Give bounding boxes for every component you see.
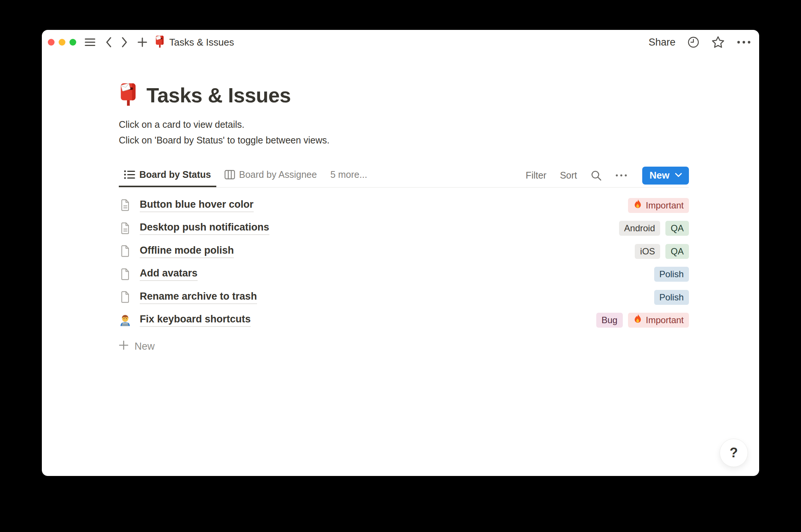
tab-label: Board by Status (139, 169, 211, 180)
traffic-lights (48, 39, 76, 46)
page-blank-icon (119, 245, 132, 257)
list-item[interactable]: Rename archive to trash Polish (119, 286, 689, 309)
close-window-button[interactable] (48, 39, 55, 46)
view-tabs: Board by Status Board by Assignee 5 more… (119, 164, 372, 187)
list-item[interactable]: Add avatars Polish (119, 263, 689, 286)
favorite-star-icon[interactable] (711, 36, 725, 49)
window-title-breadcrumb[interactable]: Tasks & Issues (155, 35, 234, 49)
page-text-icon (119, 222, 132, 235)
new-button-label: New (650, 170, 669, 181)
sort-button[interactable]: Sort (560, 170, 577, 181)
fire-icon (633, 314, 643, 327)
postbox-icon (155, 35, 165, 49)
page-content: Tasks & Issues Click on a card to view d… (119, 83, 689, 356)
desktop-background: Tasks & Issues Share Tas (0, 0, 801, 532)
filter-button[interactable]: Filter (526, 170, 547, 181)
list-item[interactable]: Button blue hover color Important (119, 194, 689, 217)
item-title: Rename archive to trash (140, 291, 257, 304)
tag-polish: Polish (654, 290, 689, 305)
tag-qa: QA (665, 244, 689, 259)
item-list: Button blue hover color Important Deskto… (119, 194, 689, 356)
chevron-down-icon (675, 173, 682, 179)
new-button[interactable]: New (642, 167, 689, 185)
plus-icon (119, 340, 129, 353)
forward-icon[interactable] (121, 37, 128, 47)
tag-ios: iOS (635, 244, 660, 259)
window-title: Tasks & Issues (169, 37, 234, 48)
list-item[interactable]: Fix keyboard shortcuts Bug Important (119, 309, 689, 332)
tag-important: Important (628, 198, 689, 213)
item-title: Desktop push notifications (140, 222, 269, 235)
tag-android: Android (619, 221, 661, 236)
tag-bug: Bug (596, 313, 623, 328)
new-tab-plus-icon[interactable] (137, 37, 147, 47)
tab-board-by-status[interactable]: Board by Status (119, 164, 216, 187)
minimize-window-button[interactable] (59, 39, 65, 46)
tag-important: Important (628, 313, 689, 328)
list-item[interactable]: Offline mode polish iOS QA (119, 240, 689, 263)
help-button[interactable]: ? (720, 439, 748, 467)
back-icon[interactable] (105, 37, 112, 47)
item-title: Offline mode polish (140, 245, 234, 258)
item-title: Fix keyboard shortcuts (140, 313, 251, 327)
add-new-item-button[interactable]: New (119, 337, 689, 356)
page-description-line: Click on a card to view details. (119, 117, 689, 132)
list-view-icon (124, 170, 135, 179)
search-icon[interactable] (591, 170, 602, 181)
tag-qa: QA (665, 221, 689, 236)
window-titlebar: Tasks & Issues Share (42, 30, 759, 55)
item-title: Button blue hover color (140, 199, 254, 212)
tab-board-by-assignee[interactable]: Board by Assignee (219, 164, 322, 187)
fire-icon (633, 199, 643, 212)
list-item[interactable]: Desktop push notifications Android QA (119, 217, 689, 240)
notion-window: Tasks & Issues Share Tas (42, 30, 759, 476)
view-options-icon[interactable] (615, 174, 627, 177)
database-toolbar: Filter Sort New (526, 167, 689, 185)
tab-label: Board by Assignee (239, 169, 317, 180)
board-view-icon (225, 170, 235, 179)
page-blank-icon (119, 291, 132, 303)
history-clock-icon[interactable] (687, 36, 699, 48)
share-button[interactable]: Share (649, 37, 675, 48)
views-toolbar-row: Board by Status Board by Assignee 5 more… (119, 164, 689, 188)
sidebar-menu-icon[interactable] (84, 38, 96, 47)
add-new-item-label: New (134, 341, 155, 352)
item-title: Add avatars (140, 267, 198, 281)
page-description-line: Click on 'Board by Status' to toggle bet… (119, 132, 689, 148)
more-options-icon[interactable] (737, 41, 751, 44)
technologist-emoji-icon (119, 314, 132, 327)
tag-polish: Polish (654, 267, 689, 282)
page-text-icon (119, 199, 132, 211)
page-blank-icon (119, 268, 132, 281)
fullscreen-window-button[interactable] (69, 39, 76, 46)
tab-more-views[interactable]: 5 more... (325, 164, 372, 187)
page-title: Tasks & Issues (146, 83, 291, 107)
tab-label: 5 more... (330, 169, 367, 180)
postbox-icon (119, 83, 137, 108)
